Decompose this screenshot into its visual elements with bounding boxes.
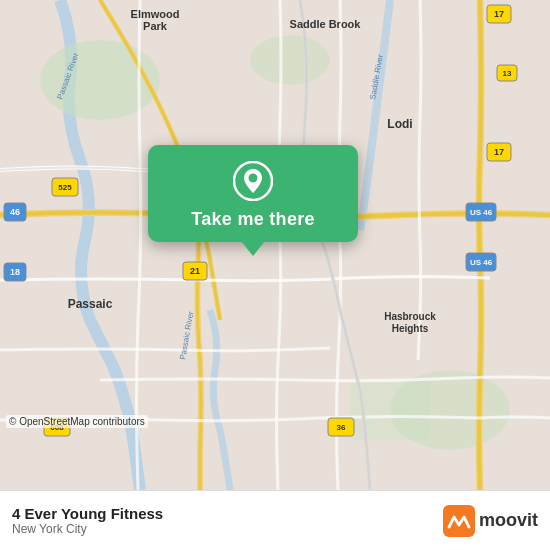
location-pin-icon (233, 161, 273, 201)
svg-text:Heights: Heights (392, 323, 429, 334)
info-bar: 4 Ever Young Fitness New York City moovi… (0, 490, 550, 550)
moovit-text: moovit (479, 510, 538, 531)
take-me-there-button[interactable]: Take me there (191, 209, 315, 230)
map-attribution: © OpenStreetMap contributors (6, 415, 148, 428)
svg-point-2 (250, 35, 330, 85)
svg-text:Lodi: Lodi (387, 117, 412, 131)
svg-text:17: 17 (494, 9, 504, 19)
svg-text:36: 36 (337, 423, 346, 432)
svg-text:Park: Park (143, 20, 168, 32)
location-subtitle: New York City (12, 522, 163, 536)
svg-text:Passaic: Passaic (68, 297, 113, 311)
svg-text:17: 17 (494, 147, 504, 157)
svg-text:46: 46 (10, 207, 20, 217)
svg-text:Hasbrouck: Hasbrouck (384, 311, 436, 322)
svg-text:Saddle Brook: Saddle Brook (290, 18, 362, 30)
moovit-logo: moovit (443, 505, 538, 537)
svg-point-38 (249, 174, 258, 183)
svg-point-1 (40, 40, 160, 120)
svg-text:525: 525 (58, 183, 72, 192)
svg-text:Elmwood: Elmwood (131, 8, 180, 20)
location-title: 4 Ever Young Fitness (12, 505, 163, 522)
svg-text:US 46: US 46 (470, 258, 493, 267)
svg-rect-39 (443, 505, 475, 537)
svg-text:13: 13 (503, 69, 512, 78)
svg-text:21: 21 (190, 266, 200, 276)
moovit-icon (443, 505, 475, 537)
svg-text:18: 18 (10, 267, 20, 277)
location-info: 4 Ever Young Fitness New York City (12, 505, 163, 536)
svg-text:US 46: US 46 (470, 208, 493, 217)
popup-card: Take me there (148, 145, 358, 242)
map-container: 17 13 17 US 46 US 46 21 525 46 18 608 36 (0, 0, 550, 490)
